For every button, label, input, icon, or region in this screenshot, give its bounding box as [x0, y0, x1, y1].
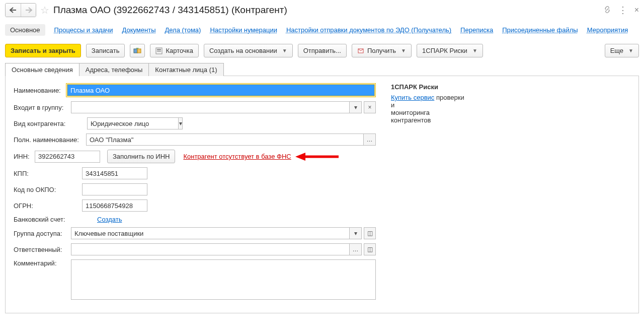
label-type: Вид контрагента: [14, 120, 84, 127]
label-kpp: КПП: [14, 170, 79, 177]
nav-back-forward [5, 3, 36, 17]
nav-processes[interactable]: Процессы и задачи [54, 26, 113, 34]
chevron-down-icon: ▾ [354, 104, 357, 111]
annotation-arrow [294, 152, 335, 161]
section-nav: Основное Процессы и задачи Документы Дел… [5, 19, 639, 40]
group-clear-button[interactable]: × [364, 101, 376, 113]
nav-cases[interactable]: Дела (тома) [165, 26, 201, 34]
label-ogrn: ОГРН: [14, 202, 79, 210]
label-name: Наименование: [14, 87, 63, 94]
spark-risks-button[interactable]: 1СПАРК Риски▼ [417, 44, 483, 57]
content-tabs: Основные сведения Адреса, телефоны Конта… [5, 62, 639, 76]
kpp-input[interactable] [82, 167, 147, 179]
forward-button[interactable] [21, 4, 36, 17]
nav-main[interactable]: Основное [5, 24, 45, 36]
buy-service-link[interactable]: Купить сервис [391, 94, 434, 101]
svg-rect-0 [134, 49, 137, 53]
label-comment: Комментарий: [14, 259, 68, 267]
tab-contacts[interactable]: Контактные лица (1) [149, 63, 223, 76]
card-button-label: Карточка [166, 47, 193, 54]
fns-warning-link[interactable]: Контрагент отсутствует в базе ФНС [183, 153, 291, 160]
svg-marker-8 [295, 153, 305, 161]
nav-edo[interactable]: Настройки отправки документов по ЭДО (По… [286, 26, 451, 34]
open-icon: ◫ [367, 246, 373, 253]
label-inn: ИНН: [14, 153, 32, 160]
tab-basic[interactable]: Основные сведения [5, 63, 79, 76]
back-button[interactable] [6, 4, 21, 17]
fullname-more-button[interactable]: … [364, 134, 376, 146]
access-group-dropdown-button[interactable]: ▾ [350, 227, 362, 239]
nav-documents[interactable]: Документы [122, 26, 156, 34]
nav-files[interactable]: Присоединенные файлы [502, 26, 578, 34]
spark-side-panel: 1СПАРК Риски Купить сервис проверки и мо… [391, 83, 630, 304]
create-based-on-label: Создать на основании [209, 47, 277, 54]
form-panel: Наименование: Входит в группу: ▾ × Вид к… [5, 76, 639, 313]
more-label: Еще [610, 47, 623, 54]
inn-input[interactable] [35, 151, 100, 163]
tab-addresses[interactable]: Адреса, телефоны [79, 63, 149, 76]
nav-correspondence[interactable]: Переписка [460, 26, 493, 34]
nav-events[interactable]: Мероприятия [587, 26, 628, 34]
group-input[interactable] [71, 101, 350, 113]
comment-textarea[interactable] [71, 259, 376, 300]
page-title: Плазма ОАО (3922662743 / 343145851) (Кон… [53, 5, 287, 16]
open-icon: ◫ [367, 230, 373, 237]
label-group: Входит в группу: [14, 104, 68, 111]
receive-label: Получить [367, 47, 396, 54]
svg-rect-4 [157, 50, 161, 51]
service-button[interactable] [130, 44, 145, 57]
okpo-input[interactable] [82, 183, 147, 195]
responsible-more-button[interactable]: … [350, 243, 362, 255]
fill-by-inn-button[interactable]: Заполнить по ИНН [107, 150, 175, 163]
toolbar: Записать и закрыть Записать Карточка Соз… [5, 40, 639, 62]
more-menu-icon[interactable]: ⋮ [618, 7, 627, 14]
svg-rect-5 [157, 51, 161, 52]
favorite-star-icon[interactable]: ☆ [40, 4, 49, 16]
fullname-input[interactable] [86, 134, 364, 146]
create-bank-link[interactable]: Создать [97, 216, 122, 223]
type-input[interactable] [87, 117, 179, 129]
responsible-open-button[interactable]: ◫ [364, 243, 376, 255]
responsible-input[interactable] [71, 243, 350, 255]
ellipsis-icon: … [353, 246, 359, 253]
link-icon[interactable] [603, 6, 611, 15]
access-group-open-button[interactable]: ◫ [364, 227, 376, 239]
nav-numbering[interactable]: Настройки нумерации [210, 26, 277, 34]
chevron-down-icon: ▾ [179, 120, 182, 127]
ogrn-input[interactable] [82, 200, 147, 212]
save-button[interactable]: Записать [86, 44, 125, 57]
label-fullname: Полн. наименование: [14, 136, 83, 144]
group-dropdown-button[interactable]: ▾ [350, 101, 362, 113]
label-bank: Банковский счет: [14, 216, 79, 223]
spark-risks-label: 1СПАРК Риски [422, 47, 467, 54]
label-responsible: Ответственный: [14, 246, 68, 253]
create-based-on-button[interactable]: Создать на основании▼ [204, 44, 293, 57]
svg-rect-1 [137, 49, 141, 53]
type-dropdown-button[interactable]: ▾ [179, 117, 183, 129]
label-access-group: Группа доступа: [14, 230, 68, 237]
save-close-button[interactable]: Записать и закрыть [5, 44, 81, 57]
more-button[interactable]: Еще▼ [605, 44, 639, 57]
close-icon: × [368, 104, 371, 111]
svg-rect-3 [157, 49, 161, 50]
spark-text2: и [391, 101, 630, 109]
spark-text3: мониторинга [391, 109, 630, 116]
spark-title: 1СПАРК Риски [391, 83, 630, 91]
spark-text4: контрагентов [391, 116, 630, 124]
label-okpo: Код по ОКПО: [14, 186, 79, 193]
name-input[interactable] [67, 84, 375, 96]
send-button[interactable]: Отправить... [298, 44, 347, 57]
receive-button[interactable]: Получить▼ [352, 44, 412, 57]
access-group-input[interactable] [71, 227, 350, 239]
close-icon[interactable]: × [634, 6, 639, 15]
spark-text1: проверки [436, 94, 464, 101]
card-button[interactable]: Карточка [150, 44, 198, 57]
ellipsis-icon: … [367, 136, 373, 143]
chevron-down-icon: ▾ [354, 230, 357, 237]
